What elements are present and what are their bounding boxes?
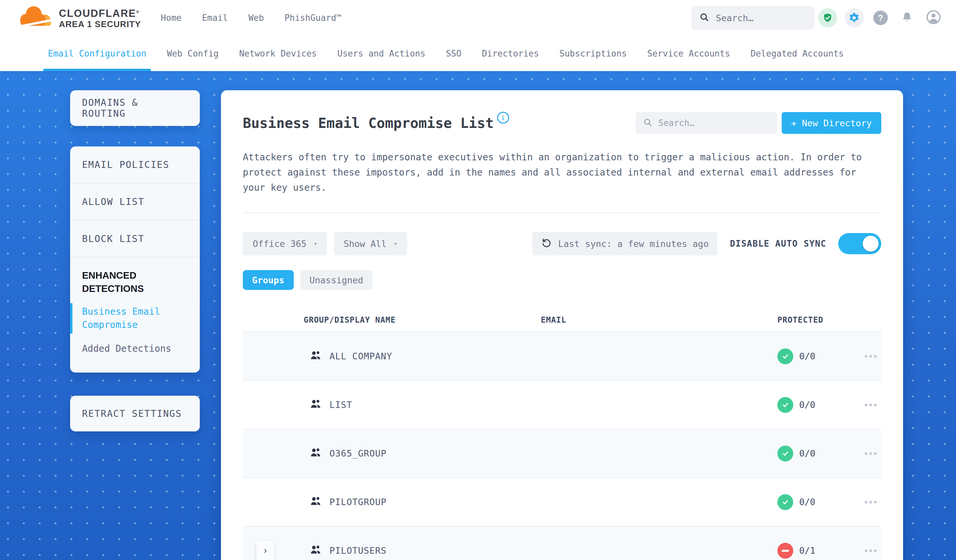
- row-actions-cell: [860, 546, 881, 555]
- table-row-o365-group[interactable]: O365_GROUP 0/0: [243, 429, 881, 477]
- table-row-list[interactable]: LIST 0/0: [243, 380, 881, 429]
- view-tab-unassigned[interactable]: Unassigned: [300, 270, 373, 290]
- column-header-protected: PROTECTED: [777, 315, 860, 325]
- protection-status-badge: [777, 494, 793, 510]
- tab-directories[interactable]: Directories: [482, 36, 539, 71]
- sidebar-item-email-policies[interactable]: EMAIL POLICIES: [70, 146, 200, 184]
- row-menu-button[interactable]: [862, 546, 880, 555]
- group-icon: [310, 496, 322, 508]
- tab-web-config[interactable]: Web Config: [167, 36, 219, 71]
- row-actions-cell: [860, 400, 881, 409]
- main-panel: Business Email Compromise List i + New D…: [221, 90, 903, 560]
- bell-icon: [901, 11, 913, 25]
- expand-row-button[interactable]: [256, 540, 275, 560]
- header-right-cluster: ?: [691, 0, 947, 36]
- last-sync-button[interactable]: Last sync: a few minutes ago: [532, 232, 717, 256]
- toggle-knob: [863, 236, 879, 252]
- divider: [243, 213, 881, 213]
- new-directory-button[interactable]: + New Directory: [781, 112, 881, 134]
- help-icon: ?: [873, 11, 888, 25]
- help-button[interactable]: ?: [867, 11, 894, 25]
- group-name: PILOTGROUP: [329, 497, 387, 507]
- sidebar-item-allow-list[interactable]: ALLOW LIST: [70, 184, 200, 221]
- header-nav-phishguard[interactable]: PhishGuard™: [285, 13, 341, 23]
- row-actions-cell: [860, 449, 881, 458]
- protection-status-badge: [777, 348, 793, 364]
- protected-count: 0/0: [799, 497, 815, 507]
- row-menu-button[interactable]: [862, 352, 880, 361]
- app-window: CLOUDFLARE® AREA 1 SECURITY HomeEmailWeb…: [0, 0, 956, 560]
- list-search-input[interactable]: [657, 118, 770, 128]
- notifications-button[interactable]: [894, 11, 920, 25]
- sidebar-item-domains-routing[interactable]: DOMAINS & ROUTING: [70, 90, 200, 126]
- group-table: GROUP/DISPLAY NAME EMAIL PROTECTED ALL C…: [243, 308, 881, 560]
- chevron-down-icon: [394, 240, 397, 247]
- protected-count: 0/1: [799, 546, 815, 556]
- protected-count: 0/0: [799, 351, 815, 361]
- list-search[interactable]: [636, 112, 777, 134]
- sidebar-subitem-added-detections[interactable]: Added Detections: [82, 342, 188, 355]
- tab-delegated-accounts[interactable]: Delegated Accounts: [751, 36, 844, 71]
- group-name-cell: ALL COMPANY: [310, 350, 541, 362]
- column-header-group-display-name: GROUP/DISPLAY NAME: [303, 315, 541, 325]
- header-nav: HomeEmailWebPhishGuard™: [161, 13, 341, 23]
- sidebar-subitem-business-email-compromise[interactable]: Business Email Compromise: [82, 305, 188, 332]
- view-tab-groups[interactable]: Groups: [243, 270, 294, 290]
- row-menu-button[interactable]: [862, 400, 880, 409]
- enhanced-detections-subnav: Business Email CompromiseAdded Detection…: [82, 305, 188, 355]
- sidebar: DOMAINS & ROUTING EMAIL POLICIESALLOW LI…: [70, 90, 200, 431]
- sidebar-label-domains-routing: DOMAINS & ROUTING: [82, 97, 188, 119]
- tab-email-configuration[interactable]: Email Configuration: [48, 36, 146, 71]
- header-nav-email[interactable]: Email: [202, 13, 228, 23]
- header-nav-web[interactable]: Web: [248, 13, 264, 23]
- group-icon: [310, 544, 322, 557]
- group-name: PILOTUSERS: [329, 546, 387, 556]
- table-row-all-company[interactable]: ALL COMPANY 0/0: [243, 332, 881, 380]
- directory-select[interactable]: Office 365: [243, 232, 327, 256]
- top-header: CLOUDFLARE® AREA 1 SECURITY HomeEmailWeb…: [0, 0, 956, 36]
- active-indicator-bar: [70, 303, 72, 334]
- header-nav-home[interactable]: Home: [161, 13, 182, 23]
- cloudflare-logo[interactable]: CLOUDFLARE® AREA 1 SECURITY: [17, 5, 141, 31]
- config-tab-bar: Email ConfigurationWeb ConfigNetwork Dev…: [0, 36, 956, 71]
- sidebar-policy-items: EMAIL POLICIESALLOW LISTBLOCK LIST: [70, 146, 200, 257]
- panel-header: Business Email Compromise List i + New D…: [243, 112, 881, 134]
- protection-status-badge: [777, 397, 793, 413]
- sidebar-item-retract-settings[interactable]: RETRACT SETTINGS: [70, 396, 200, 431]
- tab-service-accounts[interactable]: Service Accounts: [647, 36, 730, 71]
- sidebar-item-enhanced-detections[interactable]: ENHANCED DETECTIONS Business Email Compr…: [70, 257, 200, 370]
- table-body: ALL COMPANY 0/0 LIST: [243, 332, 881, 560]
- show-filter-select[interactable]: Show All: [334, 232, 407, 256]
- tab-network-devices[interactable]: Network Devices: [239, 36, 317, 71]
- protected-count: 0/0: [799, 448, 815, 458]
- row-actions-cell: [860, 497, 881, 507]
- global-search[interactable]: [691, 6, 814, 30]
- auto-sync-toggle[interactable]: [838, 233, 881, 254]
- tab-sso[interactable]: SSO: [446, 36, 461, 71]
- security-status-button[interactable]: [814, 8, 841, 27]
- gear-icon: [844, 8, 864, 27]
- filter-row: Office 365 Show All Last sync: a few min…: [243, 232, 881, 256]
- sidebar-item-block-list[interactable]: BLOCK LIST: [70, 221, 200, 257]
- brand-mark: ®: [136, 9, 139, 14]
- protected-cell: 0/0: [777, 397, 860, 413]
- row-menu-button[interactable]: [862, 497, 880, 507]
- user-avatar-icon: [926, 9, 941, 26]
- protected-cell: 0/0: [777, 445, 860, 461]
- global-search-input[interactable]: [715, 13, 807, 24]
- table-row-pilotusers[interactable]: PILOTUSERS 0/1: [243, 526, 881, 560]
- group-name-cell: LIST: [310, 399, 541, 411]
- group-icon: [310, 399, 322, 411]
- page-description: Attackers often try to impersonate execu…: [243, 150, 873, 195]
- search-icon: [699, 12, 709, 24]
- sync-cluster: Last sync: a few minutes ago DISABLE AUT…: [532, 232, 881, 256]
- minus-icon: [781, 550, 789, 552]
- account-button[interactable]: [920, 9, 947, 26]
- tab-users-and-actions[interactable]: Users and Actions: [337, 36, 425, 71]
- settings-button[interactable]: [841, 8, 867, 27]
- table-row-pilotgroup[interactable]: PILOTGROUP 0/0: [243, 477, 881, 526]
- tab-subscriptions[interactable]: Subscriptions: [560, 36, 627, 71]
- refresh-icon: [541, 237, 552, 250]
- info-icon[interactable]: i: [497, 112, 509, 124]
- row-menu-button[interactable]: [862, 449, 880, 458]
